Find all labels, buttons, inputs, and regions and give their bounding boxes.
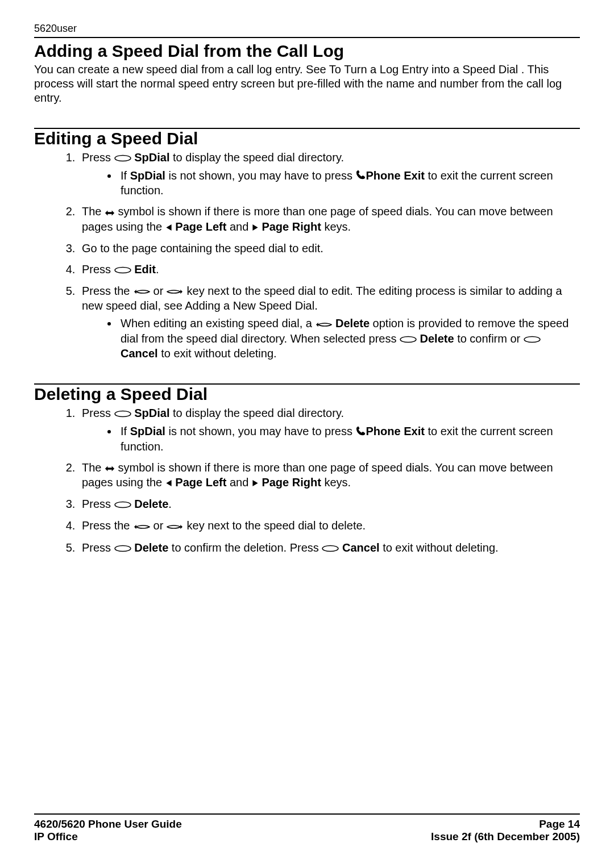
list-item: Press the or key next to the speed dial …: [78, 284, 580, 361]
softkey-left-icon: [133, 520, 150, 534]
heading-adding: Adding a Speed Dial from the Call Log: [34, 41, 580, 61]
softkey-icon: [400, 332, 417, 347]
triangle-left-icon: [165, 476, 172, 490]
softkey-icon: [114, 151, 131, 165]
triangle-left-icon: [165, 220, 172, 235]
editing-steps: Press SpDial to display the speed dial d…: [34, 151, 580, 361]
softkey-icon: [114, 407, 131, 421]
softkey-icon: [524, 332, 541, 347]
page-footer: 4620/5620 Phone User Guide IP Office Pag…: [34, 813, 580, 843]
phone-icon: [356, 425, 366, 440]
list-item: Press Edit.: [78, 262, 580, 277]
section-adding: Adding a Speed Dial from the Call Log Yo…: [34, 41, 580, 105]
footer-left: 4620/5620 Phone User Guide IP Office: [34, 818, 182, 843]
list-item: The symbol is shown if there is more tha…: [78, 461, 580, 490]
list-item: Press Delete.: [78, 497, 580, 512]
list-item: When editing an existing speed dial, a D…: [118, 316, 580, 360]
softkey-right-icon: [167, 285, 184, 299]
softkey-icon: [114, 263, 131, 277]
left-right-arrow-icon: [105, 461, 115, 475]
softkey-icon: [114, 498, 131, 512]
triangle-right-icon: [252, 476, 259, 490]
list-item: Press SpDial to display the speed dial d…: [78, 151, 580, 198]
list-item: Press the or key next to the speed dial …: [78, 519, 580, 533]
section-editing: Editing a Speed Dial Press SpDial to dis…: [34, 129, 580, 361]
page-header: 5620user: [34, 23, 580, 38]
triangle-right-icon: [252, 220, 259, 235]
footer-right: Page 14 Issue 2f (6th December 2005): [431, 818, 580, 843]
softkey-left-icon: [315, 318, 332, 332]
softkey-right-icon: [167, 520, 184, 534]
heading-deleting: Deleting a Speed Dial: [34, 385, 580, 404]
heading-editing: Editing a Speed Dial: [34, 129, 580, 149]
intro-adding: You can create a new speed dial from a c…: [34, 62, 580, 105]
softkey-icon: [322, 541, 339, 556]
deleting-steps: Press SpDial to display the speed dial d…: [34, 406, 580, 556]
doc-tag: 5620user: [34, 23, 77, 34]
list-item: The symbol is shown if there is more tha…: [78, 205, 580, 234]
list-item: Press Delete to confirm the deletion. Pr…: [78, 541, 580, 556]
list-item: Go to the page containing the speed dial…: [78, 241, 580, 256]
softkey-left-icon: [133, 285, 150, 299]
section-deleting: Deleting a Speed Dial Press SpDial to di…: [34, 385, 580, 556]
left-right-arrow-icon: [105, 206, 115, 220]
softkey-icon: [114, 541, 131, 556]
list-item: If SpDial is not shown, you may have to …: [118, 169, 580, 198]
phone-icon: [356, 169, 366, 183]
list-item: If SpDial is not shown, you may have to …: [118, 424, 580, 453]
list-item: Press SpDial to display the speed dial d…: [78, 406, 580, 453]
